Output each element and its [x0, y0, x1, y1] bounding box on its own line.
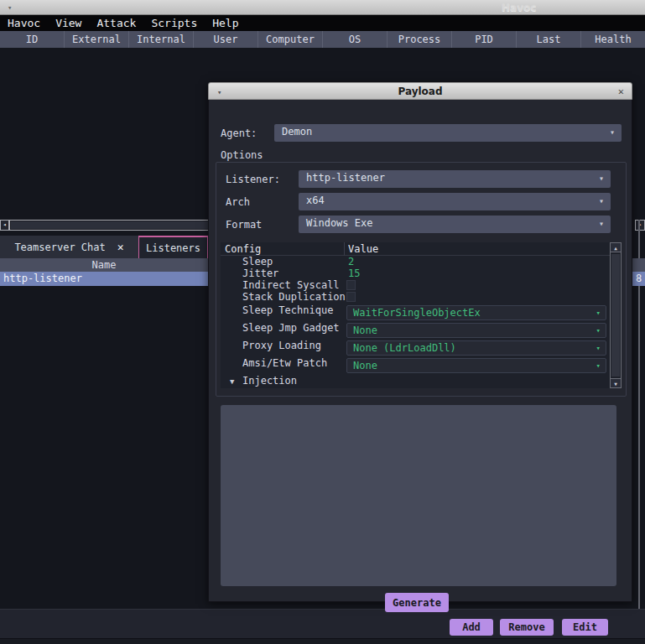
- chevron-down-icon: ▾: [599, 174, 604, 183]
- config-dropdown[interactable]: WaitForSingleObjectEx▾: [346, 305, 606, 320]
- sessions-column-health[interactable]: Health: [580, 31, 645, 48]
- scrollbar-handle[interactable]: [611, 254, 620, 377]
- arch-label: Arch: [226, 196, 250, 208]
- format-label: Format: [226, 219, 262, 231]
- config-row-amsi-etw-patch: Amsi/Etw PatchNone▾: [221, 357, 610, 375]
- config-row-label: Sleep: [242, 256, 273, 267]
- sessions-column-os[interactable]: OS: [322, 31, 387, 48]
- format-combobox[interactable]: Windows Exe ▾: [299, 216, 611, 233]
- chevron-down-icon: ▾: [596, 344, 601, 352]
- output-console[interactable]: [221, 405, 616, 586]
- config-row-injection: ▼Injection: [221, 375, 610, 388]
- config-checkbox[interactable]: [346, 280, 356, 290]
- format-combobox-value: Windows Exe: [306, 217, 372, 229]
- horizontal-scrollbar[interactable]: ◂: [0, 220, 210, 231]
- config-value[interactable]: 2: [348, 256, 354, 267]
- sessions-column-pid[interactable]: PID: [451, 31, 516, 48]
- menu-item-view[interactable]: View: [48, 15, 89, 31]
- sessions-column-process[interactable]: Process: [387, 31, 451, 48]
- tab-listeners[interactable]: Listeners: [138, 236, 208, 258]
- sessions-column-user[interactable]: User: [193, 31, 257, 48]
- sessions-column-internal[interactable]: Internal: [128, 31, 193, 48]
- status-strip: [0, 638, 645, 644]
- listeners-action-bar: Add Remove Edit: [0, 609, 645, 638]
- listener-combobox[interactable]: http-listener ▾: [299, 170, 611, 188]
- tab-teamserver-chat[interactable]: Teamserver Chat ✕: [0, 236, 138, 258]
- chevron-down-icon: ▾: [610, 127, 615, 137]
- menu-item-havoc[interactable]: Havoc: [0, 15, 48, 31]
- menu-item-help[interactable]: Help: [205, 15, 246, 31]
- column-separator: [344, 242, 345, 256]
- config-row-sleep-jmp-gadget: Sleep Jmp GadgetNone▾: [221, 322, 610, 340]
- payload-dialog: ▾ Payload ✕ Agent: Demon ▾ Options Liste…: [208, 82, 632, 602]
- menu-item-attack[interactable]: Attack: [89, 15, 143, 31]
- scroll-right-icon[interactable]: ▸: [635, 220, 645, 231]
- bottom-tab-bar: Teamserver Chat ✕ Listeners: [0, 236, 208, 258]
- arch-combobox-value: x64: [306, 195, 325, 206]
- expand-arrow-icon[interactable]: ▼: [230, 377, 234, 386]
- add-button[interactable]: Add: [450, 619, 493, 636]
- scroll-down-icon[interactable]: ▼: [611, 378, 621, 387]
- config-table: ConfigValueSleep2Jitter15Indirect Syscal…: [221, 242, 610, 388]
- config-dropdown[interactable]: None▾: [346, 323, 606, 338]
- listener-combobox-value: http-listener: [306, 172, 385, 184]
- config-row-label: Proxy Loading: [242, 340, 321, 351]
- config-dropdown-value: None: [353, 360, 377, 371]
- listeners-name-column-header[interactable]: Name: [0, 258, 208, 272]
- tab-teamserver-chat-label: Teamserver Chat: [14, 242, 105, 253]
- edit-button[interactable]: Edit: [562, 619, 608, 636]
- payload-dialog-body: Agent: Demon ▾ Options Listener: http-li…: [208, 100, 632, 602]
- config-dropdown[interactable]: None▾: [346, 358, 606, 373]
- config-dropdown[interactable]: None (LdrLoadDll)▾: [346, 340, 606, 356]
- agent-combobox[interactable]: Demon ▾: [274, 124, 622, 142]
- agent-label: Agent:: [221, 127, 257, 139]
- config-row-label: Stack Duplication: [242, 291, 346, 303]
- config-row-label: Jitter: [242, 267, 278, 279]
- config-table-header: ConfigValue: [221, 242, 610, 256]
- config-checkbox[interactable]: [346, 292, 356, 302]
- generate-button[interactable]: Generate: [385, 593, 449, 612]
- window-menu-icon[interactable]: ▾: [8, 3, 12, 12]
- scroll-left-icon[interactable]: ◂: [0, 220, 9, 231]
- menu-item-scripts[interactable]: Scripts: [143, 15, 205, 31]
- listener-row-fragment: 8: [632, 272, 645, 286]
- config-row-label: Sleep Jmp Gadget: [242, 322, 340, 334]
- tab-close-icon[interactable]: ✕: [117, 241, 124, 253]
- config-row-sleep-technique: Sleep TechniqueWaitForSingleObjectEx▾: [221, 304, 610, 322]
- chevron-down-icon: ▾: [599, 219, 604, 228]
- window-titlebar[interactable]: ▾ Havoc: [0, 0, 645, 15]
- config-row-label: Amsi/Etw Patch: [242, 357, 327, 369]
- listener-row-selected[interactable]: http-listener: [0, 272, 208, 286]
- chevron-down-icon: ▾: [596, 326, 601, 335]
- sessions-column-id[interactable]: ID: [0, 31, 64, 48]
- config-row-indirect-syscall: Indirect Syscall: [221, 279, 610, 291]
- sessions-column-computer[interactable]: Computer: [257, 31, 322, 48]
- scrollbar-handle[interactable]: [11, 221, 208, 229]
- config-dropdown-value: WaitForSingleObjectEx: [353, 307, 481, 319]
- agent-combobox-value: Demon: [282, 126, 312, 138]
- sessions-column-external[interactable]: External: [64, 31, 128, 48]
- payload-dialog-titlebar[interactable]: ▾ Payload ✕: [208, 82, 632, 100]
- dialog-title: Payload: [209, 86, 632, 97]
- config-row-jitter: Jitter15: [221, 267, 610, 279]
- config-value[interactable]: 15: [348, 267, 360, 279]
- config-dropdown-value: None (LdrLoadDll): [353, 342, 456, 354]
- scroll-up-icon[interactable]: ▲: [611, 243, 621, 252]
- config-row-proxy-loading: Proxy LoadingNone (LdrLoadDll)▾: [221, 340, 610, 357]
- scrollbar-track[interactable]: [9, 220, 210, 231]
- arch-combobox[interactable]: x64 ▾: [299, 193, 611, 210]
- sessions-column-last[interactable]: Last: [516, 31, 580, 48]
- config-table-scrollbar[interactable]: ▲ ▼: [610, 242, 622, 388]
- config-row-label: Sleep Technique: [242, 304, 333, 316]
- chevron-down-icon: ▾: [599, 196, 604, 205]
- menu-bar: HavocViewAttackScriptsHelp: [0, 15, 645, 31]
- value-column-header: Value: [348, 243, 378, 255]
- window-title: Havoc: [502, 2, 536, 13]
- config-column-header: Config: [225, 243, 261, 255]
- options-group-label: Options: [221, 149, 263, 161]
- sessions-table-header: IDExternalInternalUserComputerOSProcessP…: [0, 31, 645, 49]
- havoc-main-window: ▾ Havoc HavocViewAttackScriptsHelp IDExt…: [0, 0, 645, 644]
- dialog-close-icon[interactable]: ✕: [618, 86, 624, 97]
- remove-button[interactable]: Remove: [500, 619, 554, 636]
- config-row-label: Injection: [242, 375, 297, 387]
